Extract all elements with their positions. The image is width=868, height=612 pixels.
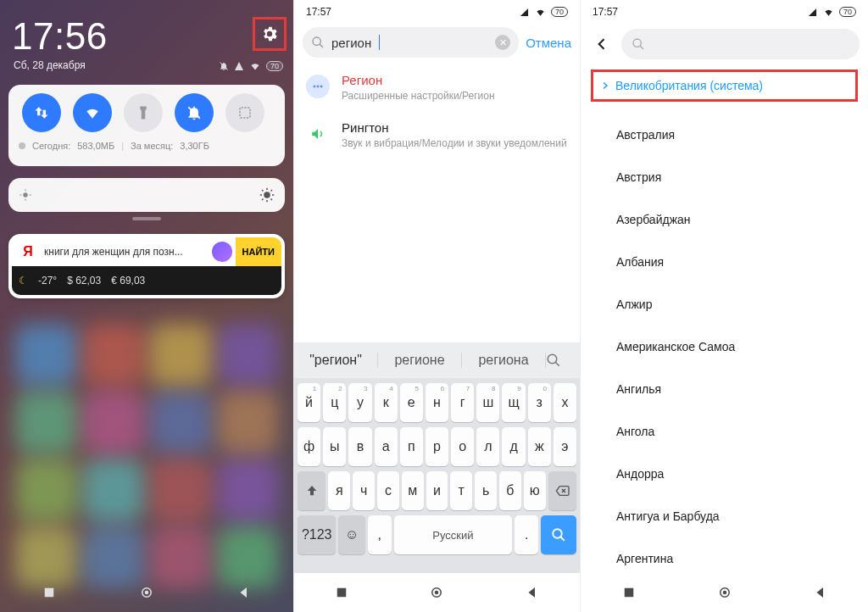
suggestion[interactable]: "регион" xyxy=(294,353,378,368)
key-letter[interactable]: ф xyxy=(298,427,320,466)
key-letter[interactable]: н6 xyxy=(426,383,448,422)
android-navbar xyxy=(0,573,293,612)
key-letter[interactable]: ж xyxy=(528,427,551,466)
soft-keyboard: й1ц2у3к4е5н6г7ш8щ9з0х фывапролджэ ячсмит… xyxy=(294,378,580,573)
key-letter[interactable]: ы xyxy=(323,427,346,466)
key-letter[interactable]: к4 xyxy=(375,383,398,422)
key-letter[interactable]: д xyxy=(502,427,525,466)
svg-line-21 xyxy=(320,44,323,47)
region-item[interactable]: Ангола xyxy=(581,410,868,453)
svg-rect-17 xyxy=(44,588,53,598)
region-header xyxy=(581,27,868,61)
brightness-slider[interactable] xyxy=(8,178,285,212)
key-search[interactable] xyxy=(541,515,576,554)
svg-point-24 xyxy=(320,86,323,88)
key-letter[interactable]: г7 xyxy=(451,383,474,422)
result-title: Регион xyxy=(342,73,495,87)
qs-dnd-toggle[interactable] xyxy=(175,93,214,132)
region-item[interactable]: Антигуа и Барбуда xyxy=(581,495,868,537)
nav-home-icon[interactable] xyxy=(717,585,732,600)
sound-icon xyxy=(306,122,330,146)
drag-handle[interactable] xyxy=(132,217,161,220)
key-letter[interactable]: ч xyxy=(353,471,375,510)
clock-time: 17:56 xyxy=(12,15,108,58)
search-input[interactable]: регион ✕ xyxy=(303,27,519,58)
alice-icon[interactable] xyxy=(212,242,232,262)
nav-home-icon[interactable] xyxy=(139,585,154,600)
key-symbols[interactable]: ?123 xyxy=(298,515,336,554)
key-letter[interactable]: ю xyxy=(524,471,546,510)
search-result-ringtone[interactable]: Рингтон Звук и вибрация/Мелодии и звуки … xyxy=(306,120,568,150)
region-item[interactable]: Аргентина xyxy=(581,537,868,571)
suggestion[interactable]: регионе xyxy=(378,353,462,368)
nav-home-icon[interactable] xyxy=(429,585,444,600)
key-letter[interactable]: т xyxy=(450,471,472,510)
key-period[interactable]: . xyxy=(515,515,538,554)
region-item[interactable]: Алжир xyxy=(581,283,868,325)
key-letter[interactable]: о xyxy=(451,427,474,466)
cancel-button[interactable]: Отмена xyxy=(526,36,571,50)
key-letter[interactable]: щ9 xyxy=(502,383,525,422)
nav-back-icon[interactable] xyxy=(236,585,252,600)
key-letter[interactable]: е5 xyxy=(400,383,423,422)
qs-flashlight-toggle[interactable] xyxy=(124,93,163,132)
key-letter[interactable]: а xyxy=(375,427,398,466)
nav-recents-icon[interactable] xyxy=(334,585,349,600)
suggestion-search-icon[interactable] xyxy=(546,353,580,368)
selected-region-highlight[interactable]: Великобритания (система) xyxy=(591,70,858,102)
key-letter[interactable]: у3 xyxy=(348,383,371,422)
data-today-value: 583,0МБ xyxy=(77,141,114,151)
key-letter[interactable]: в xyxy=(348,427,371,466)
gear-icon xyxy=(260,25,279,43)
key-letter[interactable]: э xyxy=(554,427,576,466)
qs-wifi-toggle[interactable] xyxy=(73,93,112,132)
nav-back-icon[interactable] xyxy=(525,585,540,600)
key-letter[interactable]: ш8 xyxy=(476,383,499,422)
key-shift[interactable] xyxy=(298,471,326,510)
key-letter[interactable]: и xyxy=(426,471,448,510)
key-letter[interactable]: я xyxy=(328,471,350,510)
weather-temp: -27° xyxy=(38,275,57,287)
key-letter[interactable]: й1 xyxy=(298,383,320,422)
key-letter[interactable]: ц2 xyxy=(323,383,346,422)
key-comma[interactable]: , xyxy=(368,515,392,554)
key-letter[interactable]: х xyxy=(554,383,576,422)
key-letter[interactable]: р xyxy=(426,427,448,466)
nav-recents-icon[interactable] xyxy=(621,585,637,600)
region-item[interactable]: Азербайджан xyxy=(581,198,868,241)
key-letter[interactable]: п xyxy=(400,427,423,466)
search-bar: регион ✕ Отмена xyxy=(303,27,571,58)
region-item[interactable]: Ангилья xyxy=(581,368,868,410)
key-letter[interactable]: з0 xyxy=(528,383,551,422)
search-value: регион xyxy=(331,36,371,50)
yandex-find-button[interactable]: НАЙТИ xyxy=(236,237,281,266)
nav-back-icon[interactable] xyxy=(813,585,828,600)
settings-button-highlight[interactable] xyxy=(253,17,287,51)
region-item[interactable]: Албания xyxy=(581,241,868,283)
key-space[interactable]: Русский xyxy=(394,515,513,554)
qs-screenshot-toggle[interactable] xyxy=(225,93,264,132)
search-icon xyxy=(632,37,645,51)
nav-recents-icon[interactable] xyxy=(42,585,57,600)
key-emoji[interactable]: ☺ xyxy=(338,515,364,554)
selected-region-label: Великобритания (система) xyxy=(615,79,763,92)
key-backspace[interactable] xyxy=(548,471,577,510)
region-item[interactable]: Американское Самоа xyxy=(581,325,868,368)
region-item[interactable]: Австралия xyxy=(581,114,868,156)
key-letter[interactable]: с xyxy=(377,471,399,510)
region-item[interactable]: Андорра xyxy=(581,453,868,495)
qs-mobile-data-toggle[interactable] xyxy=(22,93,61,132)
region-list[interactable]: АвстралияАвстрияАзербайджанАлбанияАлжирА… xyxy=(581,114,868,571)
search-result-region[interactable]: Регион Расширенные настройки/Регион xyxy=(306,73,568,103)
svg-point-34 xyxy=(633,39,641,47)
back-button[interactable] xyxy=(589,31,615,57)
key-letter[interactable]: ь xyxy=(475,471,497,510)
region-item[interactable]: Австрия xyxy=(581,156,868,198)
suggestion[interactable]: региона xyxy=(462,353,546,368)
key-letter[interactable]: б xyxy=(499,471,521,510)
key-letter[interactable]: л xyxy=(476,427,499,466)
region-search-input[interactable] xyxy=(621,29,860,59)
clear-button[interactable]: ✕ xyxy=(495,35,510,50)
key-letter[interactable]: м xyxy=(402,471,424,510)
yandex-widget[interactable]: Я книги для женщин для позн... НАЙТИ ☾ -… xyxy=(8,234,285,298)
